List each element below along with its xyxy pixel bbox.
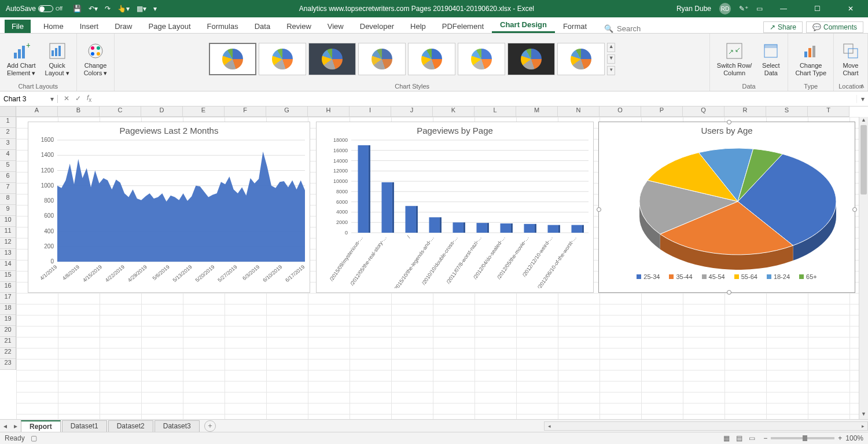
gallery-scroll-down[interactable]: ▼: [607, 54, 615, 64]
gallery-scroll-up[interactable]: ▲: [607, 43, 615, 52]
row-header[interactable]: 12: [0, 238, 16, 249]
sheet-nav-next[interactable]: ▸: [10, 422, 21, 430]
user-name[interactable]: Ryan Dube: [676, 5, 711, 13]
row-header[interactable]: 13: [0, 249, 16, 260]
macro-record-icon[interactable]: ▢: [31, 434, 37, 442]
add-chart-element-button[interactable]: + Add Chart Element ▾: [3, 39, 39, 78]
switch-row-column-button[interactable]: Switch Row/ Column: [713, 39, 756, 78]
page-layout-view-icon[interactable]: ▤: [734, 434, 745, 442]
scroll-down-icon[interactable]: ▼: [859, 411, 868, 419]
resize-handle-icon[interactable]: [852, 207, 857, 212]
row-header[interactable]: 15: [0, 271, 16, 282]
zoom-out-button[interactable]: −: [763, 434, 767, 442]
sheet-nav-prev[interactable]: ◂: [0, 422, 10, 430]
scroll-thumb[interactable]: [860, 125, 867, 195]
tab-chart-design[interactable]: Chart Design: [492, 18, 555, 33]
save-icon[interactable]: 💾: [73, 5, 82, 13]
tab-view[interactable]: View: [319, 20, 352, 33]
column-header[interactable]: I: [350, 107, 391, 116]
change-colors-button[interactable]: Change Colors ▾: [80, 39, 111, 78]
column-header[interactable]: Q: [683, 107, 724, 116]
redo-icon[interactable]: ↷: [105, 5, 111, 13]
row-header[interactable]: 22: [0, 348, 16, 359]
column-header[interactable]: J: [391, 107, 433, 116]
tab-format[interactable]: Format: [555, 20, 595, 33]
tab-formulas[interactable]: Formulas: [199, 20, 247, 33]
change-chart-type-button[interactable]: Change Chart Type: [792, 39, 830, 78]
chart-style-gallery[interactable]: ▲ ▼ ▾: [209, 36, 615, 82]
row-header[interactable]: 4: [0, 150, 16, 161]
column-header[interactable]: N: [558, 107, 599, 116]
fx-icon[interactable]: fx: [87, 94, 91, 103]
row-header[interactable]: 14: [0, 260, 16, 271]
column-header[interactable]: L: [475, 107, 516, 116]
worksheet-area[interactable]: ABCDEFGHIJKLMNOPQRST 1234567891011121314…: [0, 107, 868, 419]
row-header[interactable]: 10: [0, 216, 16, 227]
minimize-button[interactable]: —: [771, 5, 796, 13]
column-header[interactable]: G: [266, 107, 308, 116]
borders-icon[interactable]: ▦▾: [137, 5, 146, 13]
zoom-level[interactable]: 100%: [845, 434, 863, 442]
close-button[interactable]: ✕: [838, 5, 863, 13]
row-header[interactable]: 2: [0, 128, 16, 139]
quick-layout-button[interactable]: Quick Layout ▾: [42, 39, 73, 78]
chart-users-age[interactable]: Users by Age 25-3435-4445-5455-6418-2465…: [598, 122, 855, 293]
chart-pageviews-months[interactable]: Pageviews Last 2 Months 0200400600800100…: [28, 122, 310, 293]
tab-review[interactable]: Review: [278, 20, 319, 33]
undo-icon[interactable]: ↶▾: [89, 5, 98, 13]
row-header[interactable]: 16: [0, 282, 16, 293]
column-header[interactable]: H: [308, 107, 350, 116]
column-headers[interactable]: ABCDEFGHIJKLMNOPQRST: [0, 107, 849, 117]
column-header[interactable]: T: [808, 107, 849, 116]
resize-handle-icon[interactable]: [727, 120, 731, 124]
select-all-corner[interactable]: [0, 107, 16, 116]
row-header[interactable]: 7: [0, 183, 16, 194]
column-header[interactable]: O: [599, 107, 641, 116]
row-header[interactable]: 8: [0, 194, 16, 205]
chart-style-5[interactable]: [408, 43, 455, 75]
column-header[interactable]: D: [141, 107, 183, 116]
maximize-button[interactable]: ☐: [804, 5, 830, 13]
tab-page-layout[interactable]: Page Layout: [141, 20, 199, 33]
move-chart-button[interactable]: Move Chart: [837, 39, 864, 78]
column-header[interactable]: S: [766, 107, 808, 116]
tab-data[interactable]: Data: [247, 20, 278, 33]
tab-developer[interactable]: Developer: [352, 20, 402, 33]
chart-style-2[interactable]: [259, 43, 306, 75]
column-header[interactable]: K: [433, 107, 475, 116]
chart-style-1[interactable]: [209, 43, 256, 75]
column-header[interactable]: R: [724, 107, 766, 116]
row-header[interactable]: 19: [0, 315, 16, 326]
ribbon-options-icon[interactable]: ▭: [756, 5, 763, 13]
column-header[interactable]: F: [225, 107, 266, 116]
select-data-button[interactable]: Select Data: [757, 39, 784, 78]
tab-insert[interactable]: Insert: [72, 20, 107, 33]
resize-handle-icon[interactable]: [597, 207, 601, 212]
enter-formula-icon[interactable]: ✓: [75, 94, 81, 102]
column-header[interactable]: M: [516, 107, 558, 116]
column-header[interactable]: B: [58, 107, 100, 116]
resize-handle-icon[interactable]: [727, 290, 731, 295]
name-box[interactable]: Chart 3 ▾: [0, 95, 58, 103]
chart-style-3[interactable]: [308, 43, 356, 75]
cancel-formula-icon[interactable]: ✕: [64, 94, 69, 102]
column-header[interactable]: A: [16, 107, 58, 116]
tab-home[interactable]: Home: [35, 20, 72, 33]
tab-draw[interactable]: Draw: [106, 20, 140, 33]
vertical-scrollbar[interactable]: ▲ ▼: [859, 117, 868, 419]
tab-pdfelement[interactable]: PDFelement: [434, 20, 492, 33]
chart-style-7[interactable]: [507, 43, 555, 75]
expand-formula-bar[interactable]: ▾: [856, 95, 868, 103]
sheet-tab[interactable]: Dataset2: [108, 420, 153, 432]
simplify-ribbon-icon[interactable]: ✎⁺: [739, 5, 748, 13]
autosave-toggle[interactable]: AutoSave Off: [6, 5, 62, 13]
row-header[interactable]: 9: [0, 205, 16, 216]
add-sheet-button[interactable]: ＋: [204, 420, 216, 432]
page-break-view-icon[interactable]: ▭: [746, 434, 757, 442]
share-button[interactable]: ↗Share: [763, 21, 803, 33]
scroll-left-icon[interactable]: ◂: [545, 423, 554, 429]
column-header[interactable]: P: [641, 107, 683, 116]
scroll-up-icon[interactable]: ▲: [859, 117, 868, 125]
row-header[interactable]: 3: [0, 139, 16, 150]
row-header[interactable]: 23: [0, 359, 16, 370]
